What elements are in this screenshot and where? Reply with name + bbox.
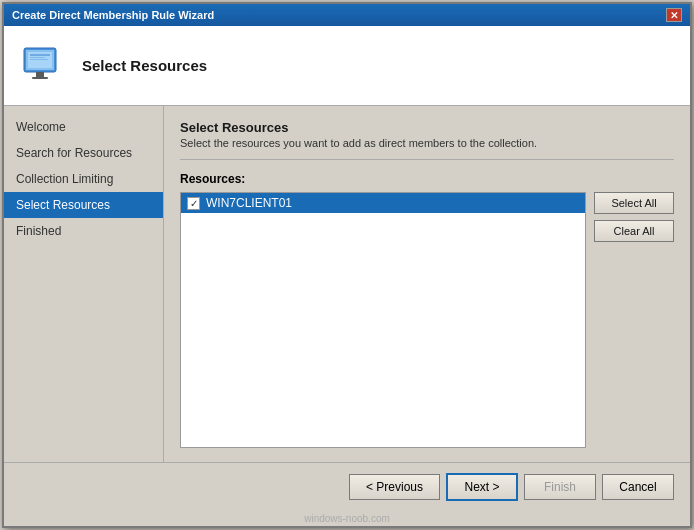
next-button[interactable]: Next > [446,473,518,501]
resource-name: WIN7CLIENT01 [206,196,292,210]
sidebar-item-select-resources[interactable]: Select Resources [4,192,163,218]
svg-rect-2 [36,72,44,77]
header-title: Select Resources [82,57,207,74]
sidebar-item-finished[interactable]: Finished [4,218,163,244]
window-title: Create Direct Membership Rule Wizard [12,9,214,21]
watermark: windows-noob.com [4,511,690,526]
resources-list[interactable]: ✓WIN7CLIENT01 [180,192,586,448]
svg-rect-5 [30,54,50,56]
wizard-window: Create Direct Membership Rule Wizard ✕ S… [2,2,692,528]
resource-checkbox[interactable]: ✓ [187,197,200,210]
clear-all-button[interactable]: Clear All [594,220,674,242]
wizard-icon [20,42,68,90]
resources-label: Resources: [180,172,674,186]
select-all-button[interactable]: Select All [594,192,674,214]
sidebar-item-search-for-resources[interactable]: Search for Resources [4,140,163,166]
section-title: Select Resources [180,120,674,135]
previous-button[interactable]: < Previous [349,474,440,500]
section-subtitle: Select the resources you want to add as … [180,137,674,149]
resources-row: ✓WIN7CLIENT01 Select All Clear All [180,192,674,448]
sidebar: WelcomeSearch for ResourcesCollection Li… [4,106,164,462]
footer: < Previous Next > Finish Cancel [4,462,690,511]
resource-item[interactable]: ✓WIN7CLIENT01 [181,193,585,213]
sidebar-item-welcome[interactable]: Welcome [4,114,163,140]
content-area: WelcomeSearch for ResourcesCollection Li… [4,106,690,462]
header-area: Select Resources [4,26,690,106]
sidebar-item-collection-limiting[interactable]: Collection Limiting [4,166,163,192]
cancel-button[interactable]: Cancel [602,474,674,500]
divider [180,159,674,160]
finish-button[interactable]: Finish [524,474,596,500]
svg-rect-7 [30,59,48,60]
svg-rect-3 [32,77,48,79]
title-bar: Create Direct Membership Rule Wizard ✕ [4,4,690,26]
close-button[interactable]: ✕ [666,8,682,22]
side-buttons: Select All Clear All [594,192,674,448]
main-panel: Select Resources Select the resources yo… [164,106,690,462]
svg-rect-6 [30,57,45,58]
